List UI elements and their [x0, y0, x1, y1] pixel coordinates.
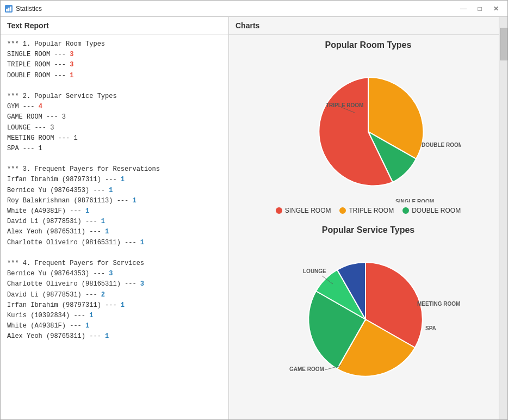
- service-payer-3: David Li (98778531) --- 2: [7, 290, 222, 300]
- main-window: Statistics — □ ✕ Text Report *** 1. Popu…: [0, 0, 508, 420]
- service-payer-5: Kuris (10392834) --- 1: [7, 311, 222, 321]
- text-report-header: Text Report: [1, 17, 228, 35]
- meeting-room-label: MEETING ROOM: [417, 301, 460, 307]
- left-panel: Text Report *** 1. Popular Room Types SI…: [1, 17, 229, 419]
- gym-line: GYM --- 4: [7, 102, 222, 112]
- single-room-chart-label: SINGLE ROOM: [395, 199, 434, 202]
- title-bar-left: Statistics: [5, 5, 42, 13]
- chart2-title: Popular Service Types: [322, 225, 414, 235]
- legend-double-room: DOUBLE ROOM: [402, 207, 461, 214]
- right-panel[interactable]: Charts Popular Room Types: [229, 17, 507, 419]
- legend-label-single: SINGLE ROOM: [285, 207, 331, 214]
- payer-6: Alex Yeoh (98765311) --- 1: [7, 227, 222, 237]
- service-payer-4: Irfan Ibrahim (98797311) --- 1: [7, 300, 222, 311]
- pie-chart-2: LOUNGE MEETING ROOM SPA GAME ROOM: [270, 240, 466, 398]
- service-payer-1: Bernice Yu (98764353) --- 3: [7, 269, 222, 279]
- legend-single-room: SINGLE ROOM: [276, 207, 331, 214]
- section-4-heading: *** 4. Frequent Payers for Services: [7, 258, 222, 269]
- payer-4: White (A49381F) --- 1: [7, 206, 222, 217]
- gameroom-line: GAME ROOM --- 3: [7, 112, 222, 122]
- service-payer-2: Charlotte Oliveiro (98165311) --- 3: [7, 279, 222, 289]
- svg-rect-1: [8, 8, 10, 11]
- meetingroom-line: MEETING ROOM --- 1: [7, 133, 222, 144]
- game-room-label: GAME ROOM: [289, 366, 324, 372]
- spa-label: SPA: [425, 325, 436, 331]
- window-controls: — □ ✕: [456, 3, 503, 14]
- window-title: Statistics: [16, 5, 42, 13]
- lounge-line: LOUNGE --- 3: [7, 123, 222, 133]
- svg-rect-0: [6, 9, 8, 11]
- charts-header: Charts: [229, 17, 507, 35]
- scrollbar-track[interactable]: [499, 17, 507, 419]
- chart1-legend: SINGLE ROOM TRIPLE ROOM DOUBLE ROOM: [276, 207, 461, 214]
- double-room-line: DOUBLE ROOM --- 1: [7, 71, 222, 81]
- triple-room-label: TRIPLE ROOM: [326, 102, 363, 108]
- lounge-label: LOUNGE: [303, 268, 326, 274]
- scrollbar-thumb[interactable]: [500, 28, 507, 60]
- payer-3: Roy Balakrishnan (98761113) --- 1: [7, 196, 222, 206]
- single-room-line: SINGLE ROOM --- 3: [7, 50, 222, 60]
- legend-label-double: DOUBLE ROOM: [412, 207, 461, 214]
- section-2-heading: *** 2. Popular Service Types: [7, 91, 222, 102]
- triple-room-line: TRIPLE ROOM --- 3: [7, 60, 222, 70]
- legend-dot-triple: [339, 207, 346, 214]
- chart-room-types: Popular Room Types: [240, 40, 497, 214]
- charts-container: Popular Room Types: [229, 35, 507, 415]
- svg-rect-2: [10, 7, 11, 11]
- payer-2: Bernice Yu (98764353) --- 1: [7, 186, 222, 196]
- chart1-title: Popular Room Types: [325, 40, 412, 50]
- pie-chart-1: TRIPLE ROOM DOUBLE ROOM SINGLE ROOM: [276, 55, 461, 202]
- title-bar: Statistics — □ ✕: [1, 1, 507, 17]
- minimize-button[interactable]: —: [456, 3, 470, 14]
- content-area: Text Report *** 1. Popular Room Types SI…: [1, 17, 507, 419]
- app-icon: [5, 5, 13, 13]
- legend-dot-single: [276, 207, 282, 214]
- payer-7: Charlotte Oliveiro (98165311) --- 1: [7, 238, 222, 248]
- close-button[interactable]: ✕: [489, 3, 503, 14]
- section-1-heading: *** 1. Popular Room Types: [7, 39, 222, 50]
- chart-service-types: Popular Service Types: [240, 225, 497, 398]
- maximize-button[interactable]: □: [473, 3, 487, 14]
- payer-5: David Li (98778531) --- 1: [7, 217, 222, 227]
- legend-triple-room: TRIPLE ROOM: [339, 207, 394, 214]
- section-3-heading: *** 3. Frequent Payers for Reservations: [7, 164, 222, 175]
- double-room-chart-label: DOUBLE ROOM: [422, 142, 461, 148]
- service-payer-7: Alex Yeoh (98765311) --- 1: [7, 331, 222, 342]
- payer-1: Irfan Ibrahim (98797311) --- 1: [7, 175, 222, 185]
- legend-label-triple: TRIPLE ROOM: [349, 207, 394, 214]
- text-report-content[interactable]: *** 1. Popular Room Types SINGLE ROOM --…: [1, 35, 228, 419]
- legend-dot-double: [402, 207, 409, 214]
- spa-line: SPA --- 1: [7, 144, 222, 154]
- service-payer-6: White (A49381F) --- 1: [7, 321, 222, 331]
